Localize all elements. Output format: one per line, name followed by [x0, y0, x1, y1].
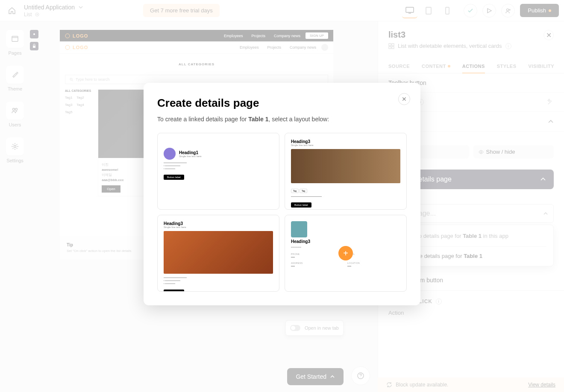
create-details-modal: ✕ Create details page To create a linked… — [144, 83, 420, 305]
preview-image — [291, 149, 400, 183]
avatar — [164, 148, 176, 160]
add-layout-fab: + — [338, 246, 353, 260]
layout-option-4[interactable]: + Heading3 ━━━━━━ PHONE━━━ EMAIL━━━ ADDR… — [285, 215, 407, 292]
layout-option-2[interactable]: Heading3 Single line text here TagTag ━━… — [285, 133, 407, 210]
modal-title: Create details page — [157, 97, 407, 110]
modal-close-button[interactable]: ✕ — [398, 93, 410, 105]
layout-option-3[interactable]: Heading3 Single line text here ━━━━━━━━━… — [157, 215, 279, 292]
avatar — [291, 221, 307, 237]
preview-image — [164, 231, 273, 274]
modal-subtitle: To create a linked details page for Tabl… — [157, 116, 407, 123]
layout-option-1[interactable]: Heading1 Single line text here ━━━━━━━━━… — [157, 133, 279, 210]
